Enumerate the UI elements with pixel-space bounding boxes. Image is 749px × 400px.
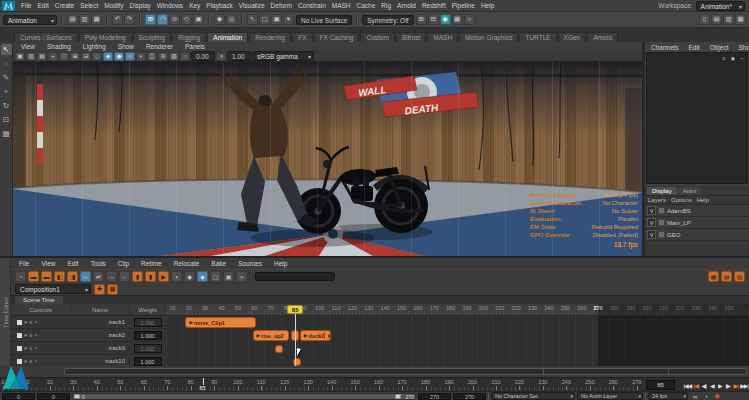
keying-icon[interactable]: ⌁ bbox=[236, 271, 247, 282]
viewport-menu-shading[interactable]: Shading bbox=[44, 43, 74, 50]
clip-expand-icon[interactable]: ▶ bbox=[189, 320, 192, 325]
shelf-tab-rendering[interactable]: Rendering bbox=[249, 32, 291, 42]
textured-display-icon[interactable]: ▦ bbox=[452, 14, 463, 25]
input-connections-icon[interactable]: ≡ bbox=[720, 54, 728, 62]
viewport-menu-lighting[interactable]: Lighting bbox=[80, 43, 109, 50]
track-weight-field[interactable]: 1.000 bbox=[134, 344, 162, 353]
lasso-tool-icon[interactable]: ◌ bbox=[1, 58, 12, 69]
make-live-icon[interactable]: ▣ bbox=[193, 14, 204, 25]
ambient-occlusion-icon[interactable]: ▒ bbox=[147, 52, 157, 61]
viewport-menu-view[interactable]: View bbox=[18, 43, 38, 50]
next-key-button[interactable]: ▶| bbox=[732, 382, 739, 389]
snap-plane-icon[interactable]: ◇ bbox=[181, 14, 192, 25]
clip-rise-up2[interactable]: ▶rise_up2 bbox=[253, 330, 290, 341]
highlight-selection-icon[interactable]: ◎ bbox=[226, 14, 237, 25]
menu-set-select[interactable]: Animation bbox=[3, 15, 57, 25]
shelf-tab-animation[interactable]: Animation bbox=[207, 32, 248, 42]
channel-box-menu-object[interactable]: Object bbox=[707, 44, 732, 51]
layer-menu-help[interactable]: Help bbox=[697, 197, 709, 203]
view-transform-select[interactable]: sRGB gamma bbox=[252, 51, 314, 61]
prev-frame-button[interactable]: ◀| bbox=[700, 382, 707, 389]
layout-split-icon[interactable]: ⊟ bbox=[81, 52, 91, 61]
undo-icon[interactable]: ↶ bbox=[112, 14, 123, 25]
clip-move-clip1[interactable]: ▶move_Clip1 bbox=[185, 317, 255, 328]
shelf-tab-arnold[interactable]: Arnold bbox=[587, 32, 618, 42]
layer-menu-options[interactable]: Options bbox=[671, 197, 692, 203]
shelf-tab-fx[interactable]: FX bbox=[292, 32, 312, 42]
time-editor-side-label[interactable]: Time Editor bbox=[0, 258, 11, 366]
channel-box-menu-show[interactable]: Show bbox=[735, 44, 749, 51]
character-set-select[interactable]: No Character Set bbox=[491, 392, 575, 400]
live-surface-field[interactable]: No Live Surface bbox=[296, 15, 352, 25]
shelf-tab-turtle[interactable]: TURTLE bbox=[519, 32, 556, 42]
go-to-end-button[interactable]: ▶▶| bbox=[740, 382, 748, 389]
menu-help[interactable]: Help bbox=[478, 2, 497, 9]
te-menu-retime[interactable]: Retime bbox=[138, 260, 165, 267]
clip-timeline-area[interactable]: ▶move_Clip1▶rise_up2▶duck2⊗ bbox=[166, 316, 749, 368]
te-grid-snap-icon[interactable]: ▦ bbox=[708, 271, 719, 282]
channel-box-toggle-icon[interactable]: ▦ bbox=[735, 14, 746, 25]
motion-blur-icon[interactable]: ≋ bbox=[158, 52, 168, 61]
playback-end-field[interactable]: 270 bbox=[418, 393, 451, 400]
menu-select[interactable]: Select bbox=[77, 2, 101, 9]
crossfade-clip-icon[interactable]: ◆ bbox=[184, 271, 195, 282]
prev-key-button[interactable]: |◀ bbox=[692, 382, 699, 389]
solo-track-icon[interactable]: ▣ bbox=[223, 271, 234, 282]
layer-color-swatch[interactable] bbox=[658, 231, 665, 238]
menu-cache[interactable]: Cache bbox=[354, 2, 379, 9]
attribute-editor-toggle-icon[interactable]: ▤ bbox=[711, 14, 722, 25]
viewport-menu-panels[interactable]: Panels bbox=[182, 43, 208, 50]
open-scene-icon[interactable]: ▥ bbox=[79, 14, 90, 25]
channel-box-menu-channels[interactable]: Channels bbox=[648, 44, 681, 51]
te-menu-tools[interactable]: Tools bbox=[88, 260, 109, 267]
snap-grid-icon[interactable]: ⊞ bbox=[145, 14, 156, 25]
track-weight-field[interactable]: 1.000 bbox=[134, 331, 162, 340]
workspace-select[interactable]: Animation* bbox=[696, 1, 745, 11]
layer-row[interactable]: VMain_LP bbox=[645, 217, 749, 229]
anim-layer-select[interactable]: No Anim Layer bbox=[577, 392, 643, 400]
exposure-icon[interactable]: ☼ bbox=[180, 52, 190, 61]
rotate-tool-icon[interactable]: ↻ bbox=[1, 100, 12, 111]
track-name[interactable]: track9 bbox=[71, 345, 130, 351]
mask-options-icon[interactable]: ▾ bbox=[283, 14, 294, 25]
track-ghost-icon[interactable]: ≈ bbox=[35, 332, 38, 338]
split-clip-icon[interactable]: ▮ bbox=[132, 271, 143, 282]
animation-start-field[interactable]: 0 bbox=[2, 393, 35, 400]
menu-edit[interactable]: Edit bbox=[34, 2, 51, 9]
anim-preferences-icon[interactable]: ◔ bbox=[701, 392, 711, 400]
loop-playback-icon[interactable]: ∞ bbox=[690, 392, 700, 400]
range-start-handle[interactable] bbox=[74, 394, 80, 399]
component-mask-icon[interactable]: ▣ bbox=[271, 14, 282, 25]
shelf-tab-motion-graphics[interactable]: Motion Graphics bbox=[459, 32, 518, 42]
te-menu-clip[interactable]: Clip bbox=[115, 260, 132, 267]
layer-color-swatch[interactable] bbox=[658, 219, 665, 226]
single-pane-toggle-icon[interactable]: ▯ bbox=[699, 14, 710, 25]
2d-pan-zoom-icon[interactable]: + bbox=[48, 52, 58, 61]
loop-clip-icon[interactable]: ▶ bbox=[158, 271, 169, 282]
track-solo-icon[interactable]: ≡ bbox=[29, 345, 32, 351]
te-search-input[interactable] bbox=[255, 272, 335, 281]
playback-start-field[interactable]: 0 bbox=[37, 393, 70, 400]
add-audio-clip-icon[interactable]: ▬ bbox=[41, 271, 52, 282]
track-ghost-icon[interactable]: ≈ bbox=[35, 319, 38, 325]
ghost-clip-icon[interactable]: ◈ bbox=[197, 271, 208, 282]
track-mute-icon[interactable]: ● bbox=[24, 332, 27, 338]
shelf-tab-xgen[interactable]: XGen bbox=[558, 32, 587, 42]
bookmark-icon[interactable]: ▥ bbox=[26, 52, 36, 61]
shaded-display-icon[interactable]: ◉ bbox=[440, 14, 451, 25]
te-menu-bake[interactable]: Bake bbox=[208, 260, 229, 267]
new-scene-icon[interactable]: ▤ bbox=[67, 14, 78, 25]
import-animation-icon[interactable]: ◧ bbox=[54, 271, 65, 282]
grid-display-icon[interactable]: ⊞ bbox=[416, 14, 427, 25]
track-weight-field[interactable]: 1.000 bbox=[134, 318, 162, 327]
shelf-tab-curves-surfaces[interactable]: Curves / Surfaces bbox=[14, 32, 78, 42]
track-solo-icon[interactable]: ≡ bbox=[29, 319, 32, 325]
new-composition-icon[interactable]: ✚ bbox=[94, 284, 105, 295]
clip-fragment[interactable] bbox=[275, 345, 283, 353]
tool-settings-toggle-icon[interactable]: ▥ bbox=[723, 14, 734, 25]
track-ghost-icon[interactable]: ≈ bbox=[35, 345, 38, 351]
play-backwards-button[interactable]: ◀ bbox=[708, 382, 715, 389]
shelf-tab-mash[interactable]: MASH bbox=[427, 32, 458, 42]
shelf-tab-rigging[interactable]: Rigging bbox=[172, 32, 206, 42]
menu-windows[interactable]: Windows bbox=[154, 2, 186, 9]
